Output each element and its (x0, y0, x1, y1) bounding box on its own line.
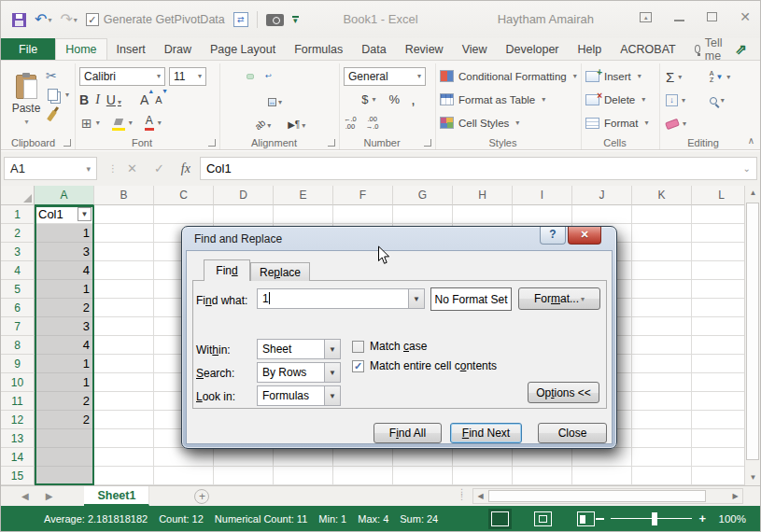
underline-button[interactable]: U (106, 92, 121, 107)
format-painter-icon[interactable] (47, 110, 57, 122)
wrap-text-button[interactable] (267, 75, 273, 78)
column-header-G[interactable]: G (393, 186, 453, 205)
cell-B1[interactable] (94, 205, 154, 224)
enter-button[interactable]: ✓ (154, 161, 164, 175)
match-entire-cell-checkbox[interactable]: ✓ Match entire cell contents (352, 359, 497, 372)
cell-D1[interactable] (214, 205, 274, 224)
orientation-button[interactable]: ab (252, 113, 274, 133)
scroll-right-icon[interactable]: ▶ (728, 492, 742, 500)
zoom-slider-thumb[interactable] (652, 512, 657, 525)
grid-arrows-icon[interactable]: ⇄ (233, 12, 248, 27)
cell-K15[interactable] (632, 467, 692, 485)
cell-K10[interactable] (632, 373, 692, 392)
sheet-tab-sheet1[interactable]: Sheet1 (84, 486, 149, 506)
cell-L3[interactable] (692, 243, 746, 261)
italic-button[interactable]: I (95, 92, 100, 107)
look-in-dropdown-icon[interactable]: ▼ (324, 386, 340, 405)
alignment-dialog-launcher-icon[interactable] (328, 139, 335, 147)
font-color-button[interactable]: A (143, 115, 163, 130)
cell-L7[interactable] (692, 317, 746, 336)
cell-L6[interactable] (692, 299, 746, 317)
tab-formulas[interactable]: Formulas (285, 38, 352, 60)
cell-K9[interactable] (632, 355, 692, 373)
tab-help[interactable]: Help (569, 38, 612, 60)
row-header-13[interactable]: 13 (1, 429, 35, 448)
align-left-button[interactable] (224, 98, 230, 102)
cell-B4[interactable] (94, 261, 154, 280)
cell-B3[interactable] (94, 243, 154, 261)
cell-J15[interactable] (572, 467, 632, 485)
cell-K11[interactable] (632, 392, 692, 411)
tab-developer[interactable]: Developer (497, 38, 569, 60)
number-format-combo[interactable]: General▾ (344, 67, 426, 86)
scroll-left-icon[interactable]: ◀ (473, 492, 487, 500)
share-icon[interactable]: ⇗ (735, 41, 747, 58)
cell-A2[interactable]: 1 (35, 224, 94, 243)
conditional-formatting-button[interactable]: Conditional Formatting (440, 64, 577, 88)
increase-indent-button[interactable] (235, 121, 241, 125)
font-dialog-launcher-icon[interactable] (208, 139, 216, 147)
column-header-B[interactable]: B (94, 186, 154, 205)
row-header-7[interactable]: 7 (1, 317, 35, 336)
close-icon[interactable]: ✕ (740, 10, 751, 23)
find-all-button[interactable]: Find All (373, 423, 442, 443)
cell-L5[interactable] (692, 280, 746, 299)
user-name[interactable]: Haytham Amairah (498, 12, 594, 26)
tab-file[interactable]: File (1, 38, 55, 60)
cell-K8[interactable] (632, 336, 692, 355)
cell-A14[interactable] (35, 448, 94, 467)
font-size-combo[interactable]: 11▾ (169, 67, 206, 86)
cell-A12[interactable]: 2 (35, 411, 94, 429)
row-header-11[interactable]: 11 (1, 392, 35, 411)
look-in-select[interactable]: Formulas ▼ (257, 385, 341, 406)
customize-qat-button[interactable]: ▾ (292, 16, 299, 23)
row-header-8[interactable]: 8 (1, 336, 35, 355)
expand-formula-bar-icon[interactable]: ⌄ (743, 163, 751, 174)
tab-splitter-handle[interactable]: ⋮⋮ (458, 490, 466, 499)
column-header-I[interactable]: I (513, 186, 572, 205)
redo-button[interactable]: ↷▾ (60, 12, 77, 27)
cell-L1[interactable] (692, 205, 746, 224)
dialog-help-button[interactable]: ? (540, 227, 566, 245)
cell-A3[interactable]: 3 (35, 243, 94, 261)
name-box[interactable]: A1▾ (4, 157, 97, 180)
cell-D15[interactable] (214, 467, 274, 485)
cell-I15[interactable] (513, 467, 572, 485)
cell-B14[interactable] (94, 448, 154, 467)
cell-L9[interactable] (692, 355, 746, 373)
cell-K7[interactable] (632, 317, 692, 336)
normal-view-button[interactable] (491, 511, 509, 526)
bold-button[interactable]: B (79, 92, 89, 107)
cell-H15[interactable] (453, 467, 513, 485)
collapse-ribbon-icon[interactable]: ∧ (748, 135, 754, 146)
row-header-9[interactable]: 9 (1, 355, 35, 373)
within-dropdown-icon[interactable]: ▼ (324, 340, 340, 358)
cell-J14[interactable] (572, 448, 632, 467)
borders-button[interactable]: ⊞ (79, 117, 102, 130)
cell-L10[interactable] (692, 373, 746, 392)
font-name-combo[interactable]: Calibri▾ (79, 67, 165, 86)
insert-cells-button[interactable]: Insert (585, 64, 655, 88)
select-all-corner[interactable] (1, 186, 35, 205)
align-right-button[interactable] (247, 98, 252, 102)
cell-L13[interactable] (692, 429, 746, 448)
minimize-icon[interactable] (674, 20, 684, 21)
column-header-C[interactable]: C (154, 186, 214, 205)
increase-font-size-button[interactable]: A▲ (140, 92, 148, 107)
tab-data[interactable]: Data (352, 38, 395, 60)
align-center-button[interactable] (235, 98, 241, 102)
percent-style-button[interactable]: % (389, 92, 401, 106)
accounting-format-button[interactable]: $ (359, 92, 377, 106)
column-header-A[interactable]: A (35, 186, 94, 205)
search-dropdown-icon[interactable]: ▼ (324, 363, 340, 382)
cell-A11[interactable]: 2 (35, 392, 94, 411)
cell-K13[interactable] (632, 429, 692, 448)
cell-L8[interactable] (692, 336, 746, 355)
cell-B10[interactable] (94, 373, 154, 392)
cell-K1[interactable] (632, 205, 692, 224)
row-header-14[interactable]: 14 (1, 448, 35, 467)
text-direction-button[interactable]: ▶¶ (285, 113, 308, 133)
increase-decimal-button[interactable]: ←.0 .00 (344, 116, 357, 131)
decrease-decimal-button[interactable]: .00 →.0 (366, 116, 379, 131)
vertical-scrollbar[interactable]: ▲ ▼ (744, 186, 760, 485)
